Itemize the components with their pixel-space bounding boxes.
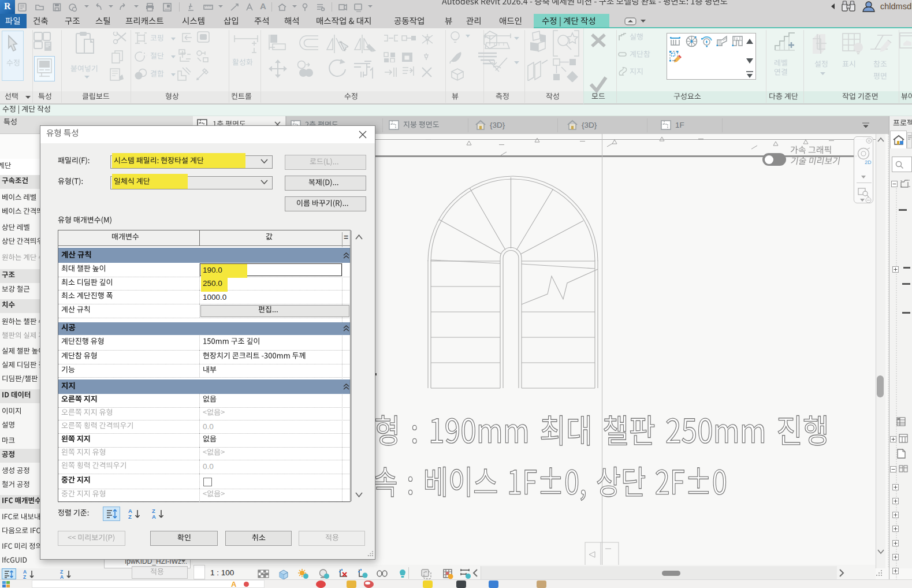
svg-text:A: A (152, 513, 156, 520)
svg-text:Z: Z (128, 513, 132, 520)
svg-text:2D: 2D (865, 159, 872, 165)
svg-text:Z: Z (23, 574, 26, 579)
svg-text:A: A (60, 574, 64, 579)
